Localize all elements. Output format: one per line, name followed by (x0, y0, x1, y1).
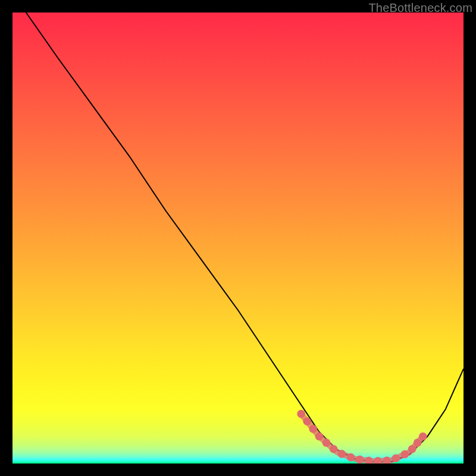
optimal-band-dot (309, 425, 318, 433)
optimal-band-dot (401, 450, 409, 459)
plot-area (12, 12, 464, 464)
curve-layer (12, 12, 464, 464)
optimal-band-dot (356, 456, 364, 464)
optimal-band-dot (303, 417, 311, 425)
optimal-band-dot (408, 445, 416, 453)
optimal-band-dot (322, 439, 331, 447)
optimal-band-dot (330, 445, 338, 453)
optimal-band-dot (414, 439, 422, 447)
optimal-band-dot (338, 450, 346, 458)
watermark-text: TheBottleneck.com (368, 1, 472, 15)
optimal-band-dot (392, 454, 400, 462)
optimal-band-dot (347, 453, 355, 462)
optimal-band-dot (419, 433, 427, 441)
optimal-band-dot (297, 410, 305, 418)
optimal-band-dot (315, 433, 324, 441)
bottleneck-curve (26, 12, 464, 462)
chart-stage: TheBottleneck.com (0, 0, 476, 476)
